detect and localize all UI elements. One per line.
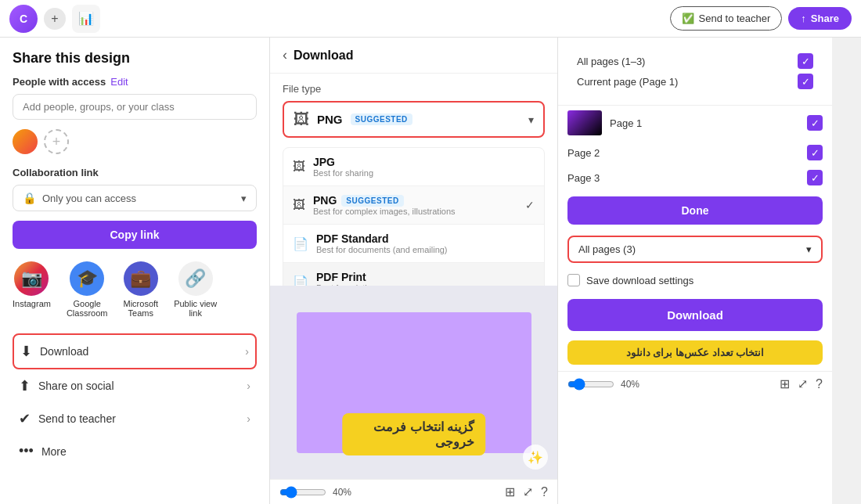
microsoft-teams-icon: 💼 <box>124 261 158 296</box>
share-microsoft-teams[interactable]: 💼 MicrosoftTeams <box>124 261 159 318</box>
menu-item-download[interactable]: ⬇ Download › <box>13 333 257 369</box>
file-type-selected[interactable]: 🖼 PNG SUGGESTED ▾ <box>283 101 545 138</box>
fullscreen-icon[interactable]: ⤢ <box>523 484 533 499</box>
access-text: Only you can access <box>42 193 235 204</box>
share-button[interactable]: ↑ Share <box>788 7 852 30</box>
share-instagram[interactable]: 📷 Instagram <box>13 261 51 318</box>
main-content: Share this design People with access Edi… <box>0 38 861 504</box>
pdf-standard-option-icon: 📄 <box>293 236 308 251</box>
pages-dropdown[interactable]: All pages (3) ▾ <box>567 236 823 263</box>
all-pages-checkbox[interactable]: ✓ <box>798 53 813 69</box>
done-button[interactable]: Done <box>567 196 823 225</box>
pages-panel: All pages (1–3) ✓ Current page (Page 1) … <box>558 38 832 504</box>
pdf-print-option-name: PDF Print <box>316 271 535 283</box>
save-settings-checkbox[interactable] <box>567 274 580 286</box>
pages-fullscreen-icon[interactable]: ⤢ <box>798 376 808 391</box>
share-social-icon: ⬆ <box>19 377 31 394</box>
microsoft-teams-label: MicrosoftTeams <box>124 299 159 318</box>
zoom-slider[interactable] <box>279 486 326 499</box>
top-bar: C + 📊 ✅ Send to teacher ↑ Share <box>0 0 861 38</box>
pages-header: All pages (1–3) ✓ Current page (Page 1) … <box>558 38 832 106</box>
page-2-label: Page 2 <box>567 147 799 159</box>
pdf-standard-option-desc: Best for documents (and emailing) <box>316 245 535 254</box>
share-icons-row: 📷 Instagram 🎓 GoogleClassroom 💼 Microsof… <box>13 261 257 318</box>
jpg-option-icon: 🖼 <box>293 160 305 174</box>
add-button[interactable]: + <box>44 8 66 30</box>
file-option-pdf-print[interactable]: 📄 PDF Print Best for printing <box>283 263 544 286</box>
pdf-print-option-icon: 📄 <box>293 275 308 286</box>
annotation-download: انتخاب تعداد عکس‌ها برای دانلود <box>567 340 823 365</box>
current-page-checkbox[interactable]: ✓ <box>798 74 813 89</box>
pages-help-icon[interactable]: ? <box>816 377 823 391</box>
lock-icon: 🔒 <box>23 192 36 204</box>
more-label: More <box>41 445 250 458</box>
page-1-label: Page 1 <box>610 117 799 129</box>
chart-icon[interactable]: 📊 <box>72 5 100 33</box>
share-social-chevron-icon: › <box>247 380 250 392</box>
pages-zoom-level: 40% <box>621 379 639 390</box>
back-arrow-icon[interactable]: ‹ <box>283 47 287 63</box>
google-classroom-icon: 🎓 <box>70 261 104 296</box>
pages-bottom-icons: ⊞ ⤢ ? <box>780 376 823 391</box>
page-1-thumbnail <box>567 110 602 135</box>
pages-zoom-slider[interactable] <box>567 378 614 391</box>
send-teacher-button[interactable]: ✅ Send to teacher <box>670 6 783 31</box>
add-avatar-button[interactable]: + <box>44 129 69 154</box>
pages-zoom-bar: 40% <box>567 378 639 391</box>
people-access-label: People with access <box>13 76 106 88</box>
file-type-label: File type <box>283 83 545 95</box>
magic-icon[interactable]: ✨ <box>523 445 548 470</box>
download-button[interactable]: Download <box>567 299 823 331</box>
page-1-checkbox[interactable]: ✓ <box>807 115 823 131</box>
download-content: File type 🖼 PNG SUGGESTED ▾ 🖼 JPG Best f… <box>270 74 557 286</box>
menu-item-more[interactable]: ••• More <box>13 435 257 467</box>
pdf-standard-option-name: PDF Standard <box>316 232 535 245</box>
add-people-input[interactable] <box>13 94 257 120</box>
chevron-down-icon: ▾ <box>241 193 247 204</box>
png-option-icon: 🖼 <box>293 198 305 212</box>
download-bottom-bar: 40% ⊞ ⤢ ? <box>270 479 557 504</box>
selected-format-name: PNG <box>317 113 343 126</box>
share-google-classroom[interactable]: 🎓 GoogleClassroom <box>67 261 108 318</box>
pages-options: All pages (1–3) ✓ Current page (Page 1) … <box>567 45 823 97</box>
file-options-list: 🖼 JPG Best for sharing 🖼 PNG SUGGESTED B… <box>283 147 545 286</box>
page-2-item: Page 2 ✓ <box>558 140 832 165</box>
file-option-pdf-standard[interactable]: 📄 PDF Standard Best for documents (and e… <box>283 225 544 263</box>
pages-bottom-bar: 40% ⊞ ⤢ ? <box>558 371 832 396</box>
file-option-jpg[interactable]: 🖼 JPG Best for sharing <box>283 148 544 186</box>
people-access-row: People with access Edit <box>13 76 257 88</box>
grid-icon[interactable]: ⊞ <box>505 484 515 499</box>
png-option-name: PNG SUGGESTED <box>313 194 517 207</box>
copy-link-button[interactable]: Copy link <box>13 221 257 249</box>
check-circle-icon: ✅ <box>682 13 694 24</box>
download-section: Download انتخاب تعداد عکس‌ها برای دانلود <box>558 293 832 371</box>
download-label: Download <box>40 345 237 358</box>
share-panel: Share this design People with access Edi… <box>0 38 270 504</box>
more-icon: ••• <box>19 443 34 459</box>
page-2-checkbox[interactable]: ✓ <box>807 145 823 160</box>
page-3-item: Page 3 ✓ <box>558 165 832 190</box>
send-teacher-menu-icon: ✔ <box>19 410 31 427</box>
menu-item-send-teacher[interactable]: ✔ Send to teacher › <box>13 402 257 435</box>
share-public-link[interactable]: 🔗 Public viewlink <box>174 261 217 318</box>
canvas-area: گزینه انتخاب فرمت خروجی ✨ <box>270 286 557 479</box>
help-icon[interactable]: ? <box>541 485 548 499</box>
page-1-item: Page 1 ✓ <box>558 106 832 140</box>
menu-item-share-social[interactable]: ⬆ Share on social › <box>13 369 257 402</box>
current-page-row: Current page (Page 1) ✓ <box>577 74 813 89</box>
download-panel: ‹ Download File type 🖼 PNG SUGGESTED ▾ 🖼… <box>270 38 558 504</box>
collab-section: Collaboration link 🔒 Only you can access… <box>13 167 257 211</box>
public-link-label: Public viewlink <box>174 299 217 318</box>
instagram-label: Instagram <box>13 299 51 308</box>
access-dropdown[interactable]: 🔒 Only you can access ▾ <box>13 185 257 211</box>
share-social-label: Share on social <box>38 380 239 392</box>
edit-link[interactable]: Edit <box>110 76 128 88</box>
pages-grid-icon[interactable]: ⊞ <box>780 376 790 391</box>
format-dropdown-arrow-icon: ▾ <box>528 113 534 126</box>
share-title: Share this design <box>13 50 257 67</box>
file-option-png[interactable]: 🖼 PNG SUGGESTED Best for complex images,… <box>283 186 544 225</box>
jpg-option-name: JPG <box>313 156 535 168</box>
page-3-checkbox[interactable]: ✓ <box>807 170 823 185</box>
avatar-row: + <box>13 129 257 154</box>
send-teacher-chevron-icon: › <box>247 412 250 425</box>
